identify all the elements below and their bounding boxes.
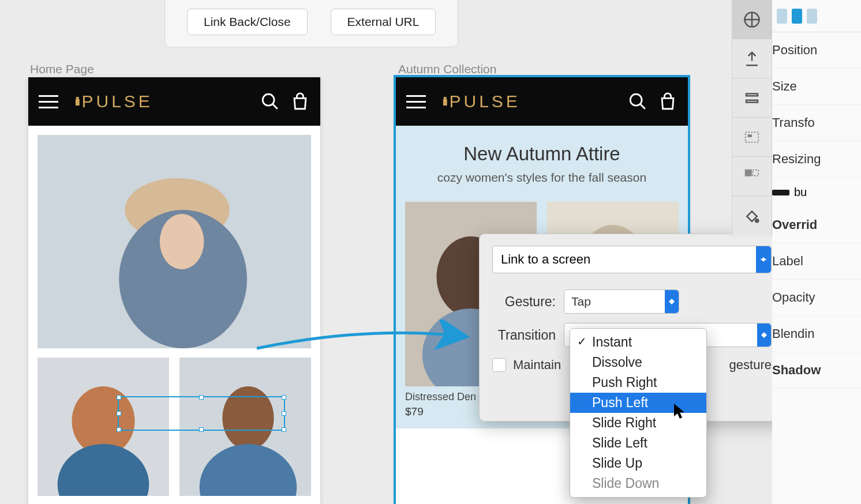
link-target-value: Link to a screen (501, 252, 590, 267)
svg-rect-22 (748, 134, 753, 137)
gesture-select[interactable]: Tap (564, 289, 679, 314)
hamburger-icon[interactable] (406, 95, 426, 108)
selection-outline (119, 397, 284, 430)
transition-option-slide-left[interactable]: Slide Left (570, 433, 706, 453)
svg-point-0 (263, 94, 274, 106)
transition-label: Transition (492, 328, 556, 343)
shopping-bag-icon[interactable] (290, 92, 310, 111)
layer-swatch-icon (772, 190, 789, 195)
app-header: ıllıllı PULSE (396, 77, 688, 126)
align-tab-icon[interactable] (732, 0, 772, 39)
app-header: ıllıllı PULSE (28, 77, 320, 126)
transition-option-push-right[interactable]: Push Right (570, 373, 706, 393)
hero-image: New Autumn Attire Shop New Collection (38, 135, 311, 348)
inspector-blending[interactable]: Blendin (772, 316, 861, 352)
brand-name: PULSE (449, 92, 520, 111)
layout-icon[interactable] (732, 118, 772, 157)
svg-line-1 (273, 104, 278, 109)
gesture-value: Tap (571, 295, 591, 309)
svg-point-25 (755, 219, 758, 222)
mouse-cursor-icon (674, 404, 687, 422)
transition-option-slide-down[interactable]: Slide Down (570, 473, 706, 494)
logo-wave-icon: ıllıllı (442, 95, 446, 108)
link-target-select[interactable]: Link to a screen (492, 246, 772, 273)
inspector-opacity[interactable]: Opacity (772, 280, 861, 316)
artboard-home[interactable]: ıllıllı PULSE New Autumn Attire Shop New… (28, 77, 320, 504)
export-icon[interactable] (732, 39, 772, 78)
transition-option-dissolve[interactable]: Dissolve (570, 352, 706, 373)
svg-rect-19 (746, 93, 758, 96)
inspector-panel: Position Size Transfo Resizing bu Overri… (772, 0, 861, 504)
stepper-icon (756, 246, 771, 273)
svg-point-12 (630, 94, 642, 106)
external-url-button[interactable]: External URL (331, 9, 436, 35)
svg-line-13 (641, 104, 645, 109)
brand-name: PULSE (81, 92, 152, 111)
search-icon[interactable] (628, 92, 647, 111)
inspector-icon-strip (732, 0, 772, 236)
brand-logo: ıllıllı PULSE (442, 92, 617, 111)
maintain-scroll-label-left: Maintain (513, 358, 561, 373)
inspector-label[interactable]: Label (772, 243, 861, 280)
inspector-section-size[interactable]: Size (772, 69, 861, 105)
inspector-section-transform[interactable]: Transfo (772, 105, 861, 141)
resize-icon[interactable] (732, 157, 772, 196)
link-toolbar: Link Back/Close External URL (164, 0, 458, 47)
selected-layer-row[interactable]: bu (772, 178, 861, 207)
brand-logo: ıllıllı PULSE (74, 92, 250, 111)
logo-wave-icon: ıllıllı (74, 95, 78, 108)
maintain-scroll-label-right: gesture (729, 358, 772, 373)
svg-rect-23 (746, 170, 751, 175)
inspector-section-shadows[interactable]: Shadow (772, 352, 861, 389)
hamburger-icon[interactable] (39, 95, 58, 108)
inspector-tabs[interactable] (772, 0, 861, 32)
transition-option-instant[interactable]: Instant (570, 332, 706, 352)
inspector-section-resizing[interactable]: Resizing (772, 141, 861, 178)
layer-name: bu (794, 186, 807, 199)
shopping-bag-icon[interactable] (658, 92, 677, 111)
maintain-scroll-checkbox[interactable] (492, 358, 506, 372)
svg-rect-20 (746, 100, 758, 102)
svg-point-5 (160, 214, 204, 269)
svg-rect-24 (753, 170, 758, 175)
search-icon[interactable] (260, 92, 280, 111)
artboard-label-autumn[interactable]: Autumn Collection (398, 62, 496, 76)
stepper-icon (665, 290, 679, 313)
distribute-icon[interactable] (732, 78, 772, 118)
artboard-label-home[interactable]: Home Page (30, 62, 94, 76)
collection-subtitle: cozy women's styles for the fall season (396, 171, 688, 185)
inspector-section-overrides[interactable]: Overrid (772, 207, 861, 243)
transition-option-slide-up[interactable]: Slide Up (570, 453, 706, 473)
stepper-icon (757, 324, 771, 347)
link-back-close-button[interactable]: Link Back/Close (187, 9, 308, 35)
gesture-label: Gesture: (492, 294, 556, 310)
inspector-section-position[interactable]: Position (772, 32, 861, 69)
collection-title: New Autumn Attire (396, 143, 688, 165)
fill-icon[interactable] (732, 196, 772, 235)
